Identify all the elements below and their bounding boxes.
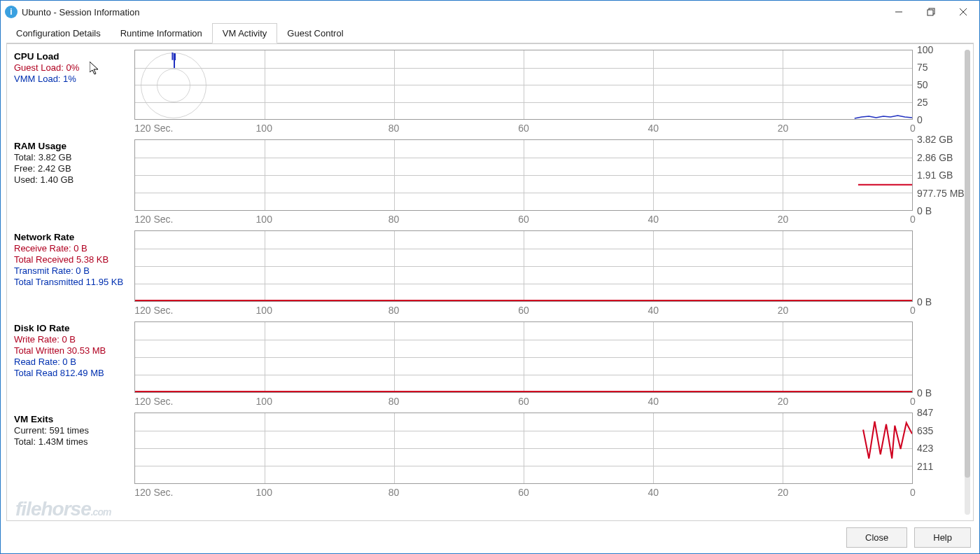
legend-line: Used: 1.40 GB [14, 174, 132, 186]
window-controls [883, 1, 979, 23]
line-series [135, 50, 912, 119]
plot-ram[interactable]: 120 Sec.100806040200 [134, 139, 913, 228]
legend-line: Receive Rate: 0 B [14, 243, 132, 254]
chart-title: Network Rate [14, 232, 132, 242]
legend-line: Guest Load: 0% [14, 62, 132, 74]
y-axis: 0 B [913, 321, 966, 393]
legend-line: VMM Load: 1% [14, 74, 132, 85]
tab-runtime-information[interactable]: Runtime Information [111, 24, 212, 43]
legend-line: Total: 3.82 GB [14, 152, 132, 163]
window: i Ubunto - Session Information Configura… [0, 0, 980, 554]
footer: Close Help [1, 521, 979, 553]
scrollbar[interactable] [965, 50, 970, 515]
legend-line: Current: 591 times [14, 425, 132, 436]
legend-vmexits: VM Exits Current: 591 times Total: 1.43M… [14, 413, 134, 501]
tab-bar: Configuration Details Runtime Informatio… [1, 23, 979, 43]
legend-line: Total Received 5.38 KB [14, 254, 132, 265]
chart-title: VM Exits [14, 414, 132, 424]
legend-line: Total: 1.43M times [14, 436, 132, 448]
chart-ram-usage: RAM Usage Total: 3.82 GB Free: 2.42 GB U… [14, 139, 966, 228]
scrollbar-thumb[interactable] [965, 50, 970, 478]
tab-guest-control[interactable]: Guest Control [277, 24, 353, 43]
legend-line: Total Transmitted 11.95 KB [14, 277, 132, 288]
help-button[interactable]: Help [914, 527, 971, 548]
chart-cpu-load: CPU Load Guest Load: 0% VMM Load: 1% [14, 50, 966, 137]
minimize-button[interactable] [883, 1, 915, 23]
close-button[interactable] [947, 1, 979, 23]
legend-network: Network Rate Receive Rate: 0 B Total Rec… [14, 230, 134, 319]
y-axis: 100 75 50 25 0 [913, 50, 966, 120]
legend-cpu: CPU Load Guest Load: 0% VMM Load: 1% [14, 50, 134, 137]
legend-line: Read Rate: 0 B [14, 356, 132, 368]
legend-line: Total Written 30.53 MB [14, 345, 132, 356]
chart-title: Disk IO Rate [14, 323, 132, 333]
maximize-button[interactable] [915, 1, 947, 23]
app-icon: i [5, 6, 18, 18]
tab-vm-activity[interactable]: VM Activity [212, 23, 278, 43]
plot-network[interactable]: 120 Sec.100806040200 [134, 230, 913, 319]
close-dialog-button[interactable]: Close [846, 527, 907, 548]
chart-disk-io-rate: Disk IO Rate Write Rate: 0 B Total Writt… [14, 321, 966, 410]
chart-title: CPU Load [14, 51, 132, 62]
legend-line: Total Read 812.49 MB [14, 368, 132, 379]
y-axis: 0 B [913, 230, 966, 302]
window-title: Ubunto - Session Information [22, 7, 139, 18]
line-series [135, 231, 912, 301]
line-series [135, 140, 912, 210]
line-series [135, 413, 912, 483]
chart-vm-exits: VM Exits Current: 591 times Total: 1.43M… [14, 413, 966, 501]
plot-cpu[interactable]: 120 Sec. 100806040200 [134, 50, 913, 137]
line-series [135, 322, 912, 392]
plot-vmexits[interactable]: 120 Sec.100806040200 [134, 413, 913, 501]
legend-disk: Disk IO Rate Write Rate: 0 B Total Writt… [14, 321, 134, 410]
chart-network-rate: Network Rate Receive Rate: 0 B Total Rec… [14, 230, 966, 319]
legend-line: Free: 2.42 GB [14, 163, 132, 174]
chart-title: RAM Usage [14, 141, 132, 151]
titlebar: i Ubunto - Session Information [1, 1, 979, 23]
legend-line: Write Rate: 0 B [14, 334, 132, 345]
plot-disk[interactable]: 120 Sec.100806040200 [134, 321, 913, 410]
y-axis: 847 635 423 211 [913, 413, 966, 484]
y-axis: 3.82 GB 2.86 GB 1.91 GB 977.75 MB 0 B [913, 139, 966, 211]
svg-rect-2 [927, 10, 933, 15]
content-panel: CPU Load Guest Load: 0% VMM Load: 1% [6, 43, 974, 521]
legend-line: Transmit Rate: 0 B [14, 265, 132, 277]
tab-configuration-details[interactable]: Configuration Details [6, 24, 111, 43]
legend-ram: RAM Usage Total: 3.82 GB Free: 2.42 GB U… [14, 139, 134, 228]
